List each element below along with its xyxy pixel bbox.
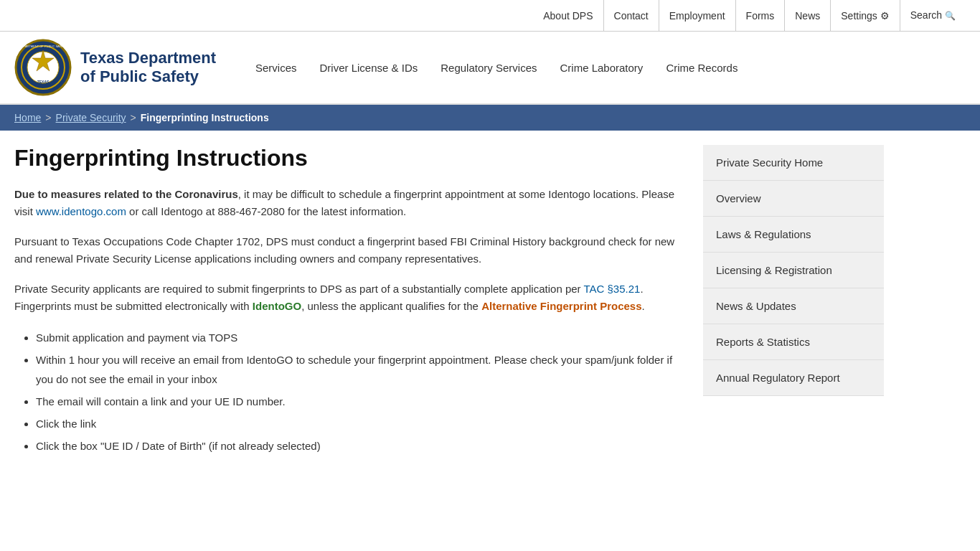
nav-services[interactable]: Services [244, 55, 308, 81]
search-link[interactable]: Search [900, 0, 966, 32]
alt-fingerprint-link[interactable]: Alternative Fingerprint Process [481, 300, 641, 312]
sidebar-item-licensing-registration[interactable]: Licensing & Registration [703, 253, 884, 288]
nav-crime-records[interactable]: Crime Records [654, 55, 749, 81]
employment-link[interactable]: Employment [659, 0, 736, 32]
para3-end: . [642, 300, 645, 312]
settings-link[interactable]: Settings [831, 0, 900, 32]
breadcrumb-current: Fingerprinting Instructions [141, 112, 269, 123]
identogo-link2[interactable]: IdentoGO [253, 300, 301, 312]
sidebar-item-laws-regulations[interactable]: Laws & Regulations [703, 217, 884, 253]
forms-link[interactable]: Forms [736, 0, 786, 32]
dps-seal: TEXAS DEPARTMENT OF PUBLIC SAFETY [14, 39, 72, 96]
settings-label: Settings [841, 10, 877, 22]
breadcrumb: Home > Private Security > Fingerprinting… [0, 105, 980, 131]
breadcrumb-home[interactable]: Home [14, 112, 41, 123]
nav-driver-license[interactable]: Driver License & IDs [308, 55, 430, 81]
nav-regulatory-services[interactable]: Regulatory Services [429, 55, 548, 81]
sidebar-item-overview[interactable]: Overview [703, 181, 884, 217]
sidebar: Private Security Home Overview Laws & Re… [703, 145, 884, 458]
svg-text:DEPARTMENT OF PUBLIC SAFETY: DEPARTMENT OF PUBLIC SAFETY [19, 44, 67, 48]
tac-link[interactable]: TAC §35.21 [583, 283, 640, 295]
list-item: Within 1 hour you will receive an email … [36, 350, 682, 389]
breadcrumb-private-security[interactable]: Private Security [56, 112, 126, 123]
list-item: Click the box "UE ID / Date of Birth" (i… [36, 436, 682, 456]
list-item: The email will contain a link and your U… [36, 392, 682, 411]
para1-bold: Due to measures related to the Coronavir… [14, 188, 238, 200]
header: TEXAS DEPARTMENT OF PUBLIC SAFETY Texas … [0, 32, 980, 105]
list-item: Click the link [36, 414, 682, 433]
sidebar-item-annual-regulatory-report[interactable]: Annual Regulatory Report [703, 360, 884, 396]
para3-before: Private Security applicants are required… [14, 283, 583, 295]
gear-icon [880, 10, 890, 22]
bullet-list: Submit application and payment via TOPS … [36, 328, 682, 456]
sidebar-item-news-updates[interactable]: News & Updates [703, 288, 884, 324]
svg-text:TEXAS: TEXAS [37, 80, 50, 84]
page-title: Fingerprinting Instructions [14, 145, 682, 171]
list-item: Submit application and payment via TOPS [36, 328, 682, 347]
logo-area: TEXAS DEPARTMENT OF PUBLIC SAFETY Texas … [14, 39, 230, 96]
news-link[interactable]: News [785, 0, 831, 32]
paragraph-3: Private Security applicants are required… [14, 281, 682, 315]
sidebar-item-reports-statistics[interactable]: Reports & Statistics [703, 324, 884, 360]
nav-crime-laboratory[interactable]: Crime Laboratory [548, 55, 654, 81]
main-content: Fingerprinting Instructions Due to measu… [14, 145, 703, 458]
para1-after-link: or call Identogo at 888-467-2080 for the… [126, 205, 406, 217]
para3-after: , unless the applicant qualifies for the [301, 300, 481, 312]
top-bar: About DPS Contact Employment Forms News … [0, 0, 980, 32]
org-name: Texas Department of Public Safety [80, 49, 216, 87]
breadcrumb-sep-2: > [131, 112, 136, 123]
search-label: Search [910, 9, 942, 21]
search-icon [945, 9, 956, 21]
contact-link[interactable]: Contact [604, 0, 659, 32]
sidebar-item-private-security-home[interactable]: Private Security Home [703, 145, 884, 181]
breadcrumb-sep-1: > [45, 112, 51, 123]
paragraph-1: Due to measures related to the Coronavir… [14, 186, 682, 220]
about-dps-link[interactable]: About DPS [533, 0, 603, 32]
content-area: Fingerprinting Instructions Due to measu… [0, 131, 980, 473]
paragraph-2: Pursuant to Texas Occupations Code Chapt… [14, 233, 682, 268]
identogo-link[interactable]: www.identogo.com [36, 205, 126, 217]
main-nav: Services Driver License & IDs Regulatory… [244, 55, 966, 81]
